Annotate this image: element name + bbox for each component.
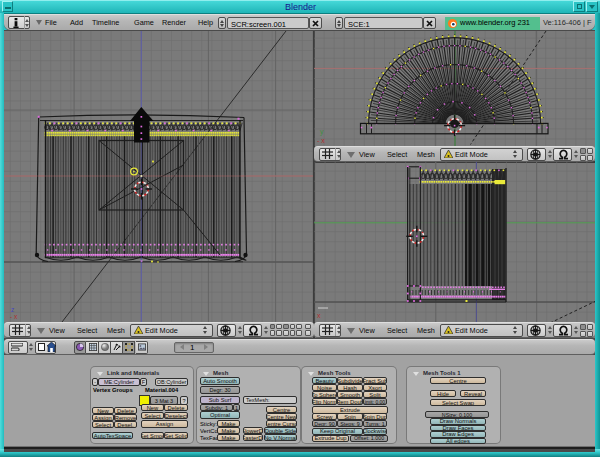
svg-text:z: z — [11, 306, 14, 313]
svg-text:x: x — [317, 312, 321, 319]
svg-text:y: y — [320, 128, 324, 136]
svg-text:- x: - x — [10, 313, 18, 320]
svg-text:- x: - x — [317, 137, 325, 144]
